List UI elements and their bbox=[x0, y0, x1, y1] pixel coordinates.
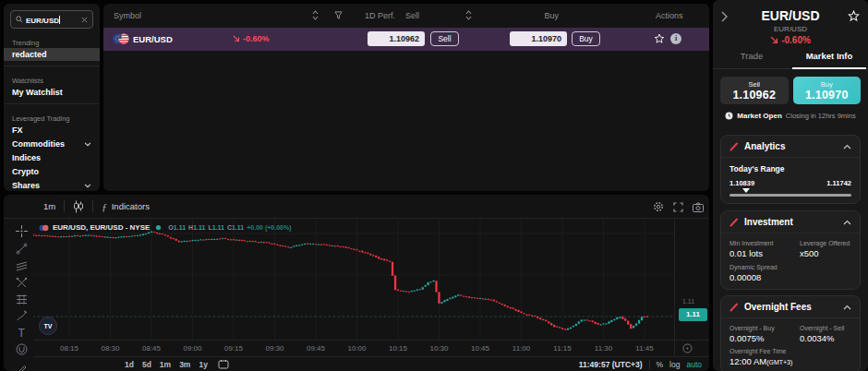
crosshair-icon[interactable] bbox=[16, 225, 28, 237]
buy-big-button[interactable]: Buy 1.10970 bbox=[793, 77, 862, 104]
interval-button[interactable]: 1m bbox=[43, 201, 55, 211]
calendar-icon[interactable] bbox=[218, 359, 229, 369]
price-axis[interactable]: 1.11 1.11 bbox=[674, 219, 709, 356]
row-symbol: EUR/USD bbox=[133, 34, 173, 44]
axis-settings-icon[interactable] bbox=[682, 343, 693, 353]
range-marker bbox=[742, 188, 750, 193]
overnight-sell-label: Overnight - Sell bbox=[800, 325, 851, 331]
chevron-down-icon bbox=[84, 184, 91, 188]
gear-icon[interactable] bbox=[653, 201, 664, 212]
watchlist-star-icon[interactable] bbox=[848, 10, 860, 22]
overnight-card-header[interactable]: Overnight Fees bbox=[721, 296, 860, 317]
buy-button[interactable]: Buy bbox=[572, 31, 600, 46]
sidebar-item-crypto[interactable]: Crypto bbox=[4, 165, 100, 178]
analytics-icon bbox=[729, 142, 739, 151]
sell-big-button[interactable]: Sell 1.10962 bbox=[720, 77, 789, 104]
overnight-buy-label: Overnight - Buy bbox=[729, 325, 800, 331]
range-button-1m[interactable]: 1m bbox=[160, 360, 171, 369]
fullscreen-icon[interactable] bbox=[673, 202, 683, 212]
instrument-title: EUR/USD bbox=[713, 8, 868, 23]
time-tick: 09:00 bbox=[183, 344, 201, 353]
auto-scale-button[interactable]: auto bbox=[686, 360, 702, 369]
pitchfork-icon[interactable] bbox=[16, 277, 28, 289]
indicators-button[interactable]: Indicators bbox=[112, 201, 150, 211]
analytics-card-header[interactable]: Analytics bbox=[721, 136, 860, 157]
search-input[interactable]: EUR/USD bbox=[10, 10, 93, 29]
time-tick: 09:45 bbox=[307, 344, 325, 353]
collapse-panel-icon[interactable] bbox=[720, 11, 728, 22]
price-tick: 1.11 bbox=[682, 298, 694, 305]
status-dot bbox=[155, 224, 162, 231]
chevron-up-icon[interactable] bbox=[843, 144, 851, 150]
row-change: -0.60% bbox=[233, 34, 270, 43]
camera-icon[interactable] bbox=[693, 202, 704, 212]
chart-clock[interactable]: 11:49:57 (UTC+3) bbox=[579, 360, 643, 369]
range-button-5d[interactable]: 5d bbox=[142, 360, 151, 369]
sidebar-item-shares[interactable]: Shares bbox=[4, 179, 100, 192]
range-button-1d[interactable]: 1d bbox=[125, 360, 134, 369]
todays-range-label: Today's Range bbox=[729, 164, 851, 174]
log-scale-button[interactable]: log bbox=[669, 360, 680, 369]
candlestick-chart[interactable] bbox=[33, 219, 674, 340]
time-tick: 08:45 bbox=[142, 344, 161, 353]
time-axis[interactable]: 08:1508:3008:4509:0009:1509:3009:4510:00… bbox=[33, 340, 709, 356]
sidebar-item-indices[interactable]: Indices bbox=[4, 151, 100, 164]
trendline-icon[interactable] bbox=[16, 243, 28, 255]
chart-toolbar: 1m ƒ Indicators bbox=[4, 195, 709, 219]
sell-price[interactable]: 1.10962 bbox=[368, 31, 425, 46]
current-price-badge: 1.11 bbox=[679, 308, 707, 321]
eurusd-flag-icon bbox=[113, 33, 129, 44]
instrument-subtitle: EUR/USD bbox=[713, 25, 868, 33]
parallel-channel-icon[interactable] bbox=[16, 260, 28, 272]
market-status: Market Open Closing in 12hrs 9mins bbox=[713, 112, 868, 120]
col-buy: Buy bbox=[514, 11, 559, 20]
tradingview-logo[interactable]: TV bbox=[39, 317, 57, 335]
chevron-down-icon bbox=[84, 142, 91, 147]
watchlist-table: Symbol 1D Perf. Sell Buy Actions EUR/USD… bbox=[103, 4, 709, 191]
range-slider bbox=[729, 194, 851, 197]
legend-title: EUR/USD, EUR/USD - NYSE bbox=[53, 223, 150, 232]
chevron-up-icon[interactable] bbox=[843, 305, 851, 310]
brush-icon[interactable] bbox=[16, 310, 28, 322]
overnight-sell-value: 0.0034% bbox=[800, 333, 851, 343]
section-label: Leveraged Trading bbox=[4, 114, 100, 123]
magnet-icon[interactable] bbox=[16, 343, 28, 355]
instrument-row-eurusd[interactable]: EUR/USD -0.60% 1.10962 Sell 1.10970 Buy … bbox=[103, 28, 709, 51]
time-tick: 11:30 bbox=[595, 344, 612, 353]
search-value: EUR/USD bbox=[26, 17, 59, 25]
percent-scale-button[interactable]: % bbox=[657, 360, 664, 369]
spread-value: 0.00008 bbox=[729, 272, 851, 282]
range-button-3m[interactable]: 3m bbox=[179, 360, 190, 369]
tab-trade[interactable]: Trade bbox=[713, 51, 790, 68]
range-button-1y[interactable]: 1y bbox=[199, 360, 207, 369]
analytics-card: Analytics Today's Range 1.10839 1.11742 bbox=[720, 135, 861, 204]
fib-retracement-icon[interactable] bbox=[16, 293, 28, 305]
function-glyph: ƒ bbox=[102, 201, 107, 212]
chart-style-icon[interactable] bbox=[73, 200, 84, 213]
sell-button[interactable]: Sell bbox=[430, 31, 459, 46]
details-tabs: TradeMarket Info bbox=[713, 51, 868, 69]
clear-search-icon[interactable] bbox=[81, 17, 88, 23]
text-tool-icon[interactable]: T bbox=[16, 327, 28, 339]
filter-icon[interactable] bbox=[334, 11, 343, 19]
info-icon[interactable]: i bbox=[670, 33, 681, 44]
pencil-icon[interactable] bbox=[16, 363, 28, 371]
col-symbol: Symbol bbox=[114, 11, 141, 20]
favorite-star-icon[interactable] bbox=[654, 33, 665, 44]
sidebar-item-commodities[interactable]: Commodities bbox=[4, 138, 100, 150]
chevron-up-icon[interactable] bbox=[843, 220, 851, 225]
sidebar-item-fx[interactable]: FX bbox=[4, 124, 100, 137]
sidebar-item-my-watchlist[interactable]: My Watchlist bbox=[4, 86, 100, 99]
sort-symbol-icon[interactable] bbox=[312, 10, 319, 20]
leverage-value: x500 bbox=[800, 248, 851, 258]
trend-down-icon bbox=[770, 36, 778, 44]
sidebar-item-redacted[interactable]: redacted bbox=[4, 48, 100, 61]
chart-plot-area[interactable]: EUR/USD, EUR/USD - NYSE O1.11H1.11L1.11C… bbox=[33, 219, 674, 340]
overnight-time-label: Overnight Fee Time bbox=[729, 348, 851, 354]
col-sell: Sell bbox=[373, 11, 419, 20]
buy-price[interactable]: 1.10970 bbox=[510, 31, 567, 46]
search-icon bbox=[16, 16, 23, 23]
tab-market-info[interactable]: Market Info bbox=[790, 51, 868, 68]
investment-card-header[interactable]: Investment bbox=[721, 211, 860, 233]
sort-perf-icon[interactable] bbox=[465, 10, 472, 20]
